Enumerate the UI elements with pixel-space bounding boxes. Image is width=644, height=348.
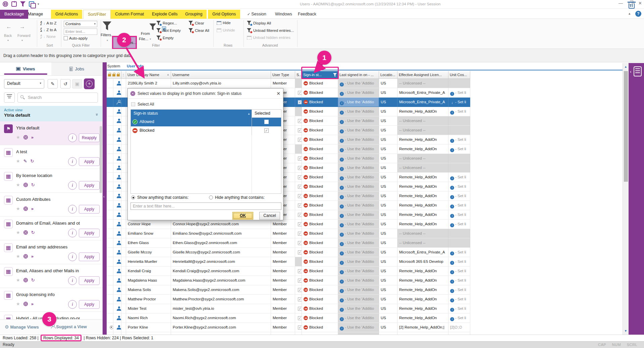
regex-button[interactable]: Regex... xyxy=(156,21,177,25)
cell-last-signin[interactable]: - Use the 'Additio xyxy=(338,304,379,313)
cell-location[interactable]: US xyxy=(379,267,397,276)
cell-row-indicator[interactable] xyxy=(107,285,113,295)
cell-avatar[interactable] xyxy=(113,304,121,313)
cell-license[interactable]: Remote_Help_AddOn xyxy=(397,220,448,229)
view-item[interactable]: ▦Email, Aliases and other Mails in o...★… xyxy=(0,264,102,288)
view-item[interactable]: ▦Email and smtp addresses★»iApply xyxy=(0,240,102,264)
save-button[interactable]: ▣ xyxy=(72,79,82,89)
scroll-up-icon[interactable]: ▲ xyxy=(624,65,627,68)
cell-row-indicator[interactable] xyxy=(107,98,113,107)
filter-check-icon[interactable] xyxy=(20,1,25,7)
cell-license[interactable]: -- Unlicensed -- xyxy=(397,116,448,126)
cell-row-indicator[interactable] xyxy=(107,267,113,276)
cell-location[interactable]: US xyxy=(379,332,397,335)
cell-display-name[interactable]: Ethen Glass xyxy=(126,238,171,248)
tab-grouping[interactable]: Grouping xyxy=(181,10,207,19)
cell-narrow[interactable] xyxy=(121,295,126,304)
cell-avatar[interactable] xyxy=(113,257,121,267)
cell-avatar[interactable] xyxy=(113,154,121,163)
cell-last-signin[interactable]: - Use the 'Additio xyxy=(338,248,379,257)
cell-narrow[interactable] xyxy=(121,98,126,107)
cell-license[interactable]: Remote_Help_AddOn xyxy=(397,107,448,116)
cell-narrow[interactable] xyxy=(121,107,126,116)
view-item[interactable]: ▦A test★✎↻iApply xyxy=(0,145,102,169)
cell-unit-cost[interactable]: - Set li xyxy=(448,332,470,335)
cell-display-name[interactable]: Matthew Proctor xyxy=(126,295,171,304)
tab-explode-cells[interactable]: Explode Cells xyxy=(148,10,182,19)
close-button[interactable]: ✕ xyxy=(638,1,642,6)
view-item[interactable]: ▦By license location★↻iApply xyxy=(0,169,102,193)
auto-apply-checkbox[interactable]: Auto-apply xyxy=(64,36,88,40)
empty-button[interactable]: Empty xyxy=(156,36,174,40)
cell-row-indicator[interactable] xyxy=(107,248,113,257)
cell-display-name[interactable]: 2186Lilly Smith 2 xyxy=(126,79,171,88)
cell-avatar[interactable] xyxy=(113,238,121,248)
cell-narrow[interactable] xyxy=(121,285,126,295)
cell-signin-status[interactable]: Blocked xyxy=(302,285,338,295)
cell-last-signin[interactable]: - Use the 'Additio xyxy=(338,210,379,220)
view-apply-button[interactable]: Apply xyxy=(79,181,100,190)
cell-license[interactable]: Remote_Help_AddOn xyxy=(397,276,448,285)
view-apply-button[interactable]: Apply xyxy=(79,300,100,309)
cell-signin-status[interactable]: Blocked xyxy=(302,267,338,276)
table-row[interactable]: Henrietta MuellerHenriettaM@sygx2.onmicr… xyxy=(107,257,470,267)
cell-location[interactable]: US xyxy=(379,79,397,88)
cell-row-indicator[interactable] xyxy=(107,88,113,98)
cell-display-name[interactable]: Patrick Mill xyxy=(126,332,171,335)
cell-last-signin[interactable]: - Use the 'Additio xyxy=(338,135,379,144)
cell-row-indicator[interactable] xyxy=(107,295,113,304)
cell-username[interactable]: Kendall.Craig@sygx2.onmicrosoft.com xyxy=(171,267,271,276)
cell-narrow[interactable] xyxy=(121,173,126,182)
cell-avatar[interactable] xyxy=(113,332,121,335)
value-option-selected-cell[interactable] xyxy=(252,118,281,126)
cell-license[interactable]: Microsoft 365 E5 Develop xyxy=(397,257,448,267)
cell-license[interactable]: [2] Remote_Help_AddOn;| xyxy=(397,323,448,332)
cell-signin-status[interactable]: Blocked xyxy=(302,313,338,323)
cell-checkbox[interactable] xyxy=(295,257,302,267)
header-location[interactable]: Locatio... xyxy=(379,71,397,79)
cell-avatar[interactable] xyxy=(113,323,121,332)
tab-sort-filter[interactable]: Sort/Filter xyxy=(83,10,111,19)
cell-user-type[interactable]: Member xyxy=(271,295,295,304)
cell-unit-cost[interactable] xyxy=(448,126,470,135)
cell-last-signin[interactable]: - Use the 'Additio xyxy=(338,323,379,332)
cell-checkbox[interactable]: ✓ xyxy=(295,163,302,173)
cell-row-indicator[interactable] xyxy=(107,220,113,229)
cell-unit-cost[interactable] xyxy=(448,116,470,126)
table-row[interactable]: Mister Testmister_test@ovh.ytria.ioMembe… xyxy=(107,304,470,313)
view-apply-button[interactable]: Apply xyxy=(79,276,100,285)
table-row[interactable]: Emiliano SnowEmiliano.Snow@sygx2.onmicro… xyxy=(107,229,470,238)
cell-unit-cost[interactable]: - Set li xyxy=(448,144,470,154)
cell-user-type[interactable]: Member xyxy=(271,229,295,238)
quick-filter-operator-select[interactable]: Contains▾ xyxy=(64,21,97,27)
cell-license[interactable]: -- Unlicensed -- xyxy=(397,126,448,135)
cell-signin-status[interactable]: Blocked xyxy=(302,304,338,313)
cell-checkbox[interactable]: ✓ xyxy=(295,295,302,304)
sort-z-to-a-button[interactable]: ZA↓Z to A xyxy=(40,27,56,32)
cell-license[interactable]: Remote_Help_AddOn xyxy=(397,144,448,154)
suggest-view-button[interactable]: Suggest a View xyxy=(51,324,87,329)
cell-row-indicator[interactable] xyxy=(107,135,113,144)
cell-location[interactable]: US xyxy=(379,285,397,295)
share-icon[interactable] xyxy=(11,1,17,7)
table-row[interactable]: Matthew ProctorMatthew.Proctor@sygx2.onm… xyxy=(107,295,470,304)
cell-row-indicator[interactable] xyxy=(107,313,113,323)
cell-location[interactable]: US xyxy=(379,229,397,238)
cell-license[interactable]: Microsoft_Entra_Private_A xyxy=(397,248,448,257)
cell-narrow[interactable] xyxy=(121,182,126,191)
cell-username[interactable]: Connor.Hope@sygx2.onmicrosoft.com xyxy=(171,220,271,229)
collapse-ribbon-icon[interactable]: ▾ xyxy=(629,12,631,16)
view-info-button[interactable]: i xyxy=(68,181,77,190)
value-option-selected-cell[interactable]: ✓ xyxy=(252,126,281,135)
cell-location[interactable]: US xyxy=(379,201,397,210)
tab-jobs[interactable]: Jobs xyxy=(51,62,103,75)
view-apply-button[interactable]: Apply xyxy=(79,205,100,214)
values-list-header[interactable]: Sign-in status▲ xyxy=(131,110,252,118)
tab-feedback[interactable]: Feedback xyxy=(298,10,316,19)
cell-location[interactable]: US xyxy=(379,257,397,267)
cell-checkbox[interactable]: ✓ xyxy=(295,229,302,238)
cell-narrow[interactable] xyxy=(121,276,126,285)
preset-select[interactable]: Default▾ xyxy=(4,79,44,89)
quick-filter-input[interactable]: Enter text... xyxy=(64,28,97,35)
group-user-info[interactable]: User Info xyxy=(127,64,144,68)
